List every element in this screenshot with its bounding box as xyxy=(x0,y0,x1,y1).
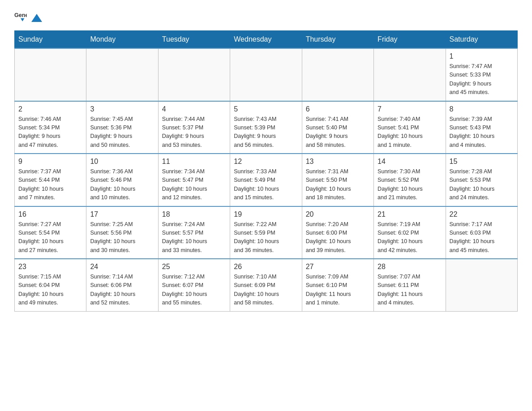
day-number: 25 xyxy=(162,263,226,271)
calendar-cell: 3Sunrise: 7:45 AMSunset: 5:36 PMDaylight… xyxy=(86,101,158,154)
day-number: 13 xyxy=(306,158,370,166)
day-number: 27 xyxy=(306,263,370,271)
calendar-cell xyxy=(86,48,158,101)
calendar-cell xyxy=(158,48,230,101)
day-number: 19 xyxy=(234,210,298,218)
day-info: Sunrise: 7:14 AMSunset: 6:06 PMDaylight:… xyxy=(90,273,154,308)
day-number: 20 xyxy=(306,210,370,218)
calendar-cell: 20Sunrise: 7:20 AMSunset: 6:00 PMDayligh… xyxy=(302,206,373,259)
day-number: 10 xyxy=(90,158,154,166)
svg-marker-2 xyxy=(31,14,42,22)
calendar-cell: 10Sunrise: 7:36 AMSunset: 5:46 PMDayligh… xyxy=(86,154,158,206)
calendar-cell: 14Sunrise: 7:30 AMSunset: 5:52 PMDayligh… xyxy=(374,154,446,206)
calendar-table: Sunday Monday Tuesday Wednesday Thursday… xyxy=(14,30,518,312)
logo-text-block xyxy=(30,12,44,22)
calendar-cell: 4Sunrise: 7:44 AMSunset: 5:37 PMDaylight… xyxy=(158,101,230,154)
day-info: Sunrise: 7:31 AMSunset: 5:50 PMDaylight:… xyxy=(306,167,370,202)
calendar-week-2: 2Sunrise: 7:46 AMSunset: 5:34 PMDaylight… xyxy=(15,101,518,154)
calendar-cell: 28Sunrise: 7:07 AMSunset: 6:11 PMDayligh… xyxy=(374,259,446,311)
day-number: 14 xyxy=(378,158,442,166)
day-info: Sunrise: 7:36 AMSunset: 5:46 PMDaylight:… xyxy=(90,167,154,202)
day-info: Sunrise: 7:20 AMSunset: 6:00 PMDaylight:… xyxy=(306,220,370,255)
day-number: 15 xyxy=(450,158,514,166)
day-number: 5 xyxy=(234,105,298,113)
calendar-week-1: 1Sunrise: 7:47 AMSunset: 5:33 PMDaylight… xyxy=(15,48,518,101)
calendar-cell xyxy=(15,48,86,101)
calendar-cell: 5Sunrise: 7:43 AMSunset: 5:39 PMDaylight… xyxy=(230,101,302,154)
logo-icon: General xyxy=(14,11,27,23)
day-info: Sunrise: 7:46 AMSunset: 5:34 PMDaylight:… xyxy=(18,115,82,150)
calendar-cell: 19Sunrise: 7:22 AMSunset: 5:59 PMDayligh… xyxy=(230,206,302,259)
day-number: 17 xyxy=(90,210,154,218)
calendar-cell: 25Sunrise: 7:12 AMSunset: 6:07 PMDayligh… xyxy=(158,259,230,311)
day-info: Sunrise: 7:47 AMSunset: 5:33 PMDaylight:… xyxy=(450,62,514,97)
day-number: 9 xyxy=(18,158,82,166)
logo: General xyxy=(14,11,44,23)
day-info: Sunrise: 7:22 AMSunset: 5:59 PMDaylight:… xyxy=(234,220,298,255)
calendar-cell: 8Sunrise: 7:39 AMSunset: 5:43 PMDaylight… xyxy=(446,101,517,154)
day-info: Sunrise: 7:44 AMSunset: 5:37 PMDaylight:… xyxy=(162,115,226,150)
calendar-cell: 27Sunrise: 7:09 AMSunset: 6:10 PMDayligh… xyxy=(302,259,373,311)
day-info: Sunrise: 7:43 AMSunset: 5:39 PMDaylight:… xyxy=(234,115,298,150)
day-info: Sunrise: 7:28 AMSunset: 5:53 PMDaylight:… xyxy=(450,167,514,202)
day-info: Sunrise: 7:15 AMSunset: 6:04 PMDaylight:… xyxy=(18,273,82,308)
day-number: 8 xyxy=(450,105,514,113)
day-number: 21 xyxy=(378,210,442,218)
calendar-cell: 18Sunrise: 7:24 AMSunset: 5:57 PMDayligh… xyxy=(158,206,230,259)
day-number: 18 xyxy=(162,210,226,218)
calendar-cell xyxy=(446,259,517,311)
day-info: Sunrise: 7:34 AMSunset: 5:47 PMDaylight:… xyxy=(162,167,226,202)
day-info: Sunrise: 7:33 AMSunset: 5:49 PMDaylight:… xyxy=(234,167,298,202)
calendar-cell: 9Sunrise: 7:37 AMSunset: 5:44 PMDaylight… xyxy=(15,154,86,206)
calendar-cell xyxy=(374,48,446,101)
day-info: Sunrise: 7:45 AMSunset: 5:36 PMDaylight:… xyxy=(90,115,154,150)
svg-text:General: General xyxy=(14,12,27,18)
day-number: 24 xyxy=(90,263,154,271)
calendar-cell: 16Sunrise: 7:27 AMSunset: 5:54 PMDayligh… xyxy=(15,206,86,259)
header-tuesday: Tuesday xyxy=(158,31,230,49)
day-number: 1 xyxy=(450,52,514,60)
calendar-cell: 6Sunrise: 7:41 AMSunset: 5:40 PMDaylight… xyxy=(302,101,373,154)
svg-marker-1 xyxy=(21,18,24,21)
calendar-body: 1Sunrise: 7:47 AMSunset: 5:33 PMDaylight… xyxy=(15,48,518,311)
day-number: 28 xyxy=(378,263,442,271)
day-info: Sunrise: 7:37 AMSunset: 5:44 PMDaylight:… xyxy=(18,167,82,202)
header-monday: Monday xyxy=(86,31,158,49)
day-info: Sunrise: 7:24 AMSunset: 5:57 PMDaylight:… xyxy=(162,220,226,255)
day-number: 12 xyxy=(234,158,298,166)
day-number: 7 xyxy=(378,105,442,113)
day-info: Sunrise: 7:40 AMSunset: 5:41 PMDaylight:… xyxy=(378,115,442,150)
day-info: Sunrise: 7:41 AMSunset: 5:40 PMDaylight:… xyxy=(306,115,370,150)
header-saturday: Saturday xyxy=(446,31,517,49)
calendar-cell: 26Sunrise: 7:10 AMSunset: 6:09 PMDayligh… xyxy=(230,259,302,311)
calendar-cell xyxy=(230,48,302,101)
calendar-cell: 1Sunrise: 7:47 AMSunset: 5:33 PMDaylight… xyxy=(446,48,517,101)
day-info: Sunrise: 7:25 AMSunset: 5:56 PMDaylight:… xyxy=(90,220,154,255)
logo-triangle-icon xyxy=(30,12,43,25)
day-info: Sunrise: 7:10 AMSunset: 6:09 PMDaylight:… xyxy=(234,273,298,308)
day-number: 4 xyxy=(162,105,226,113)
day-info: Sunrise: 7:07 AMSunset: 6:11 PMDaylight:… xyxy=(378,273,442,308)
calendar-cell: 21Sunrise: 7:19 AMSunset: 6:02 PMDayligh… xyxy=(374,206,446,259)
day-info: Sunrise: 7:12 AMSunset: 6:07 PMDaylight:… xyxy=(162,273,226,308)
calendar-week-5: 23Sunrise: 7:15 AMSunset: 6:04 PMDayligh… xyxy=(15,259,518,311)
day-number: 11 xyxy=(162,158,226,166)
day-number: 16 xyxy=(18,210,82,218)
day-number: 2 xyxy=(18,105,82,113)
calendar-cell: 23Sunrise: 7:15 AMSunset: 6:04 PMDayligh… xyxy=(15,259,86,311)
day-info: Sunrise: 7:09 AMSunset: 6:10 PMDaylight:… xyxy=(306,273,370,308)
calendar-cell: 13Sunrise: 7:31 AMSunset: 5:50 PMDayligh… xyxy=(302,154,373,206)
calendar-cell xyxy=(302,48,373,101)
day-number: 22 xyxy=(450,210,514,218)
calendar-cell: 7Sunrise: 7:40 AMSunset: 5:41 PMDaylight… xyxy=(374,101,446,154)
day-info: Sunrise: 7:27 AMSunset: 5:54 PMDaylight:… xyxy=(18,220,82,255)
header-thursday: Thursday xyxy=(302,31,373,49)
page-header: General xyxy=(14,11,518,23)
day-number: 26 xyxy=(234,263,298,271)
calendar-cell: 2Sunrise: 7:46 AMSunset: 5:34 PMDaylight… xyxy=(15,101,86,154)
day-number: 23 xyxy=(18,263,82,271)
day-number: 6 xyxy=(306,105,370,113)
header-wednesday: Wednesday xyxy=(230,31,302,49)
day-info: Sunrise: 7:30 AMSunset: 5:52 PMDaylight:… xyxy=(378,167,442,202)
day-info: Sunrise: 7:39 AMSunset: 5:43 PMDaylight:… xyxy=(450,115,514,150)
